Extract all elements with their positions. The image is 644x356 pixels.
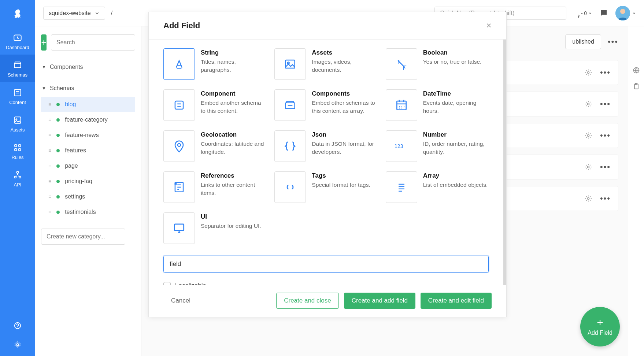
type-title: Json [312, 131, 377, 138]
type-card-string[interactable]: StringTitles, names, paragraphs. [163, 48, 266, 80]
nav-label: Assets [10, 127, 25, 133]
close-icon[interactable]: ✕ [486, 22, 492, 30]
schema-name: pricing-faq [65, 178, 92, 185]
type-desc: Coordinates: latitude and longitude. [201, 140, 266, 156]
gear-icon[interactable] [585, 195, 592, 202]
logo[interactable] [8, 5, 27, 23]
type-card-datetime[interactable]: DateTimeEvents date, opening hours. [386, 89, 489, 121]
help-icon[interactable] [14, 322, 22, 330]
json-icon [274, 130, 306, 162]
localizable-checkbox[interactable] [163, 282, 171, 285]
svg-point-19 [587, 166, 589, 168]
nav-label: API [14, 182, 22, 188]
svg-point-7 [14, 148, 17, 151]
schema-item-settings[interactable]: ≡settings [41, 189, 135, 204]
gear-icon[interactable] [585, 100, 592, 108]
type-title: Components [312, 90, 377, 97]
tree-schemas[interactable]: ▼Schemas [41, 83, 135, 94]
schema-item-page[interactable]: ≡page [41, 158, 135, 174]
svg-point-8 [18, 148, 21, 151]
assets-icon [274, 48, 306, 80]
type-card-json[interactable]: JsonData in JSON format, for developers. [274, 130, 377, 162]
nav-label: Rules [11, 155, 23, 160]
type-card-component[interactable]: ComponentEmbed another schema to this co… [163, 89, 266, 121]
gear-icon[interactable] [585, 69, 592, 76]
api-icon [13, 170, 22, 180]
sync-icon[interactable]: 0 [574, 9, 592, 18]
type-card-tags[interactable]: TagsSpecial format for tags. [274, 171, 377, 203]
type-card-references[interactable]: ReferencesLinks to other content items. [163, 171, 266, 203]
schema-item-testimonials[interactable]: ≡testimonials [41, 204, 135, 220]
svg-point-4 [16, 119, 17, 120]
search-input[interactable] [51, 34, 135, 51]
create-and-edit-field-button[interactable]: Create and edit field [421, 293, 492, 309]
schema-name: testimonials [65, 209, 96, 215]
nav-content[interactable]: Content [0, 82, 35, 110]
add-field-fab[interactable]: + Add Field [580, 307, 620, 346]
nav-assets[interactable]: Assets [0, 110, 35, 137]
number-icon: 123 [386, 130, 417, 162]
app-selector[interactable]: squidex-website [43, 7, 105, 20]
chat-icon[interactable] [599, 9, 608, 18]
svg-point-16 [587, 72, 589, 74]
more-icon[interactable]: ••• [600, 68, 611, 77]
schema-item-features[interactable]: ≡features [41, 143, 135, 158]
gear-icon[interactable] [585, 132, 592, 139]
settings-icon[interactable] [14, 341, 22, 349]
svg-point-18 [587, 135, 589, 137]
schema-item-feature-category[interactable]: ≡feature-category [41, 112, 135, 127]
type-title: Number [423, 131, 489, 138]
type-card-geolocation[interactable]: GeolocationCoordinates: latitude and lon… [163, 130, 266, 162]
more-icon[interactable]: ••• [600, 99, 611, 109]
add-field-modal: Add Field ✕ StringTitles, names, paragra… [148, 12, 507, 317]
type-title: DateTime [423, 90, 489, 97]
clipboard-icon[interactable] [633, 83, 640, 90]
svg-point-20 [587, 198, 589, 200]
type-card-number[interactable]: 123NumberID, order number, rating, quant… [386, 130, 489, 162]
create-and-close-button[interactable]: Create and close [276, 293, 339, 309]
svg-rect-34 [174, 224, 184, 230]
ui-icon [163, 212, 195, 244]
references-icon [163, 171, 195, 203]
chevron-down-icon [588, 11, 592, 15]
nav-schemas[interactable]: Schemas [0, 55, 35, 82]
schema-item-pricing-faq[interactable]: ≡pricing-faq [41, 174, 135, 189]
type-card-ui[interactable]: UISeparator for editing UI. [163, 212, 266, 244]
more-icon[interactable]: ••• [600, 131, 611, 140]
add-schema-button[interactable]: + [41, 34, 47, 51]
create-category-input[interactable] [41, 229, 125, 245]
type-desc: Titles, names, paragraphs. [201, 58, 266, 74]
more-icon[interactable]: ••• [600, 194, 611, 203]
tree-components[interactable]: ▼Components [41, 62, 135, 73]
type-desc: Events date, opening hours. [423, 99, 489, 115]
svg-rect-28 [175, 101, 183, 109]
nav-rules[interactable]: Rules [0, 137, 35, 164]
schema-item-feature-news[interactable]: ≡feature-news [41, 127, 135, 143]
geolocation-icon [163, 130, 195, 162]
schema-item-blog[interactable]: ≡blog [41, 97, 135, 112]
nav-api[interactable]: API [0, 164, 35, 192]
published-badge[interactable]: ublished [565, 34, 601, 49]
gear-icon[interactable] [585, 163, 592, 171]
svg-point-15 [620, 9, 625, 14]
svg-point-9 [16, 171, 18, 173]
svg-point-31 [178, 144, 181, 147]
type-card-boolean[interactable]: TFBooleanYes or no, true or false. [386, 48, 489, 80]
localizable-label: Localizable [175, 282, 206, 285]
sync-count: 0 [584, 10, 587, 16]
globe-icon[interactable] [633, 67, 640, 74]
type-card-components[interactable]: ComponentsEmbed other schemas to this co… [274, 89, 377, 121]
field-name-input[interactable] [163, 256, 489, 272]
svg-rect-24 [286, 60, 295, 68]
cancel-button[interactable]: Cancel [163, 293, 198, 309]
nav-label: Dashboard [6, 45, 29, 50]
type-card-array[interactable]: ArrayList of embedded objects. [386, 171, 489, 203]
type-card-assets[interactable]: AssetsImages, videos, documents. [274, 48, 377, 80]
chevron-down-icon [95, 11, 100, 16]
avatar[interactable] [615, 6, 630, 21]
create-and-add-field-button[interactable]: Create and add field [344, 293, 415, 309]
more-icon[interactable]: ••• [600, 162, 611, 172]
nav-dashboard[interactable]: Dashboard [0, 27, 35, 55]
more-icon[interactable]: ••• [608, 37, 618, 47]
tree-label: Schemas [50, 85, 74, 92]
